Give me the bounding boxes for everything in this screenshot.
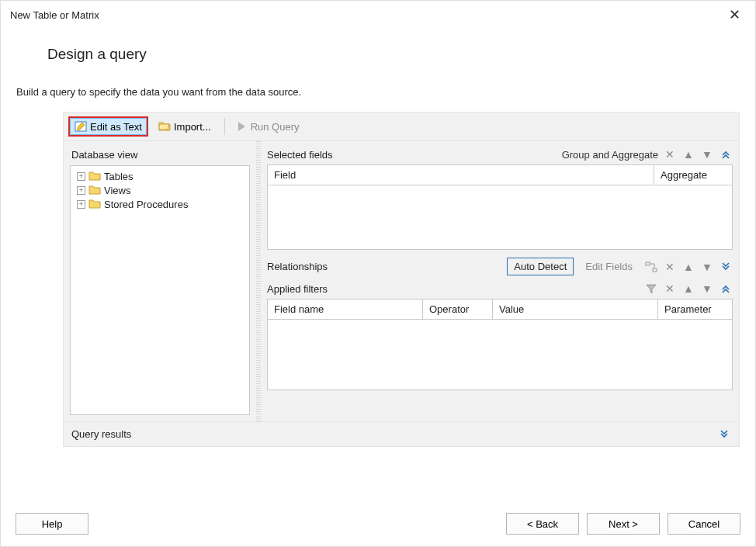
- query-designer: Edit as Text Import... Run Query Databas…: [63, 112, 740, 447]
- database-view-title: Database view: [70, 147, 250, 165]
- toolbar-separator: [224, 118, 225, 135]
- window-title: New Table or Matrix: [10, 9, 99, 21]
- header-area: Design a query: [1, 27, 755, 86]
- footer-right-group: < Back Next > Cancel: [506, 513, 740, 535]
- run-query-button[interactable]: Run Query: [233, 116, 305, 137]
- selected-fields-title: Selected fields: [267, 149, 557, 161]
- relationships-title: Relationships: [267, 261, 502, 272]
- tree-node-label: Views: [104, 185, 130, 196]
- selected-fields-grid[interactable]: Field Aggregate: [267, 164, 733, 250]
- tree-node-label: Stored Procedures: [104, 199, 188, 210]
- chevrons-down-icon[interactable]: [717, 428, 731, 441]
- folder-icon: [88, 184, 101, 196]
- back-label: < Back: [527, 518, 558, 530]
- wizard-footer: Help < Back Next > Cancel: [0, 504, 756, 547]
- arrow-up-icon[interactable]: ▲: [681, 147, 695, 161]
- filter-icon[interactable]: [644, 282, 658, 296]
- edit-text-icon: [75, 120, 87, 133]
- cancel-button[interactable]: Cancel: [668, 513, 740, 535]
- cancel-label: Cancel: [688, 518, 720, 530]
- designer-toolbar: Edit as Text Import... Run Query: [63, 112, 740, 141]
- col-field: Field: [268, 165, 654, 185]
- delete-x-icon[interactable]: ✕: [663, 260, 677, 274]
- group-and-aggregate-label: Group and Aggregate: [562, 149, 658, 161]
- designer-body: Database view + Tables + Views: [63, 141, 740, 422]
- help-label: Help: [42, 518, 63, 530]
- page-title: Design a query: [47, 46, 740, 63]
- next-label: Next >: [609, 518, 638, 530]
- edit-fields-label: Edit Fields: [585, 261, 633, 272]
- svg-rect-2: [646, 262, 650, 265]
- relationship-icon[interactable]: [644, 260, 658, 274]
- applied-filters-grid[interactable]: Field name Operator Value Parameter: [267, 299, 733, 390]
- query-results-bar[interactable]: Query results: [63, 422, 740, 447]
- col-field-name: Field name: [268, 299, 423, 319]
- col-parameter: Parameter: [658, 299, 732, 319]
- close-icon[interactable]: ✕: [723, 6, 746, 23]
- expander-icon[interactable]: +: [77, 172, 85, 181]
- relationships-header: Relationships Auto Detect Edit Fields ✕ …: [267, 258, 733, 275]
- selected-fields-header: Selected fields Group and Aggregate ✕ ▲ …: [267, 147, 733, 161]
- svg-rect-3: [653, 268, 657, 272]
- arrow-down-icon[interactable]: ▼: [700, 147, 714, 161]
- applied-filters-header: Applied filters ✕ ▲ ▼: [267, 282, 733, 296]
- grid-header: Field Aggregate: [268, 165, 732, 185]
- titlebar: New Table or Matrix ✕: [1, 1, 755, 27]
- import-label: Import...: [174, 121, 211, 133]
- folder-icon: [88, 170, 101, 182]
- col-value: Value: [493, 299, 658, 319]
- delete-x-icon[interactable]: ✕: [663, 147, 677, 161]
- page-subheading: Build a query to specify the data you wa…: [16, 86, 755, 98]
- expander-icon[interactable]: +: [77, 186, 85, 195]
- delete-x-icon[interactable]: ✕: [663, 282, 677, 296]
- grid-header: Field name Operator Value Parameter: [268, 299, 732, 320]
- chevrons-down-icon[interactable]: [719, 260, 733, 274]
- tree-node-tables[interactable]: + Tables: [72, 169, 248, 183]
- database-tree[interactable]: + Tables + Views +: [70, 165, 250, 415]
- database-view-pane: Database view + Tables + Views: [64, 141, 256, 421]
- tree-node-stored-procedures[interactable]: + Stored Procedures: [72, 197, 248, 211]
- col-aggregate: Aggregate: [654, 165, 732, 185]
- tree-node-label: Tables: [104, 171, 134, 182]
- auto-detect-button[interactable]: Auto Detect: [507, 258, 574, 275]
- auto-detect-label: Auto Detect: [514, 261, 567, 272]
- selected-fields-body[interactable]: [268, 185, 732, 249]
- import-button[interactable]: Import...: [153, 116, 217, 137]
- back-button[interactable]: < Back: [506, 513, 579, 535]
- edit-fields-button[interactable]: Edit Fields: [578, 258, 640, 275]
- help-button[interactable]: Help: [16, 513, 88, 535]
- play-icon: [238, 122, 245, 131]
- right-pane: Selected fields Group and Aggregate ✕ ▲ …: [261, 141, 739, 421]
- edit-as-text-button[interactable]: Edit as Text: [68, 116, 148, 137]
- arrow-up-icon[interactable]: ▲: [681, 282, 695, 296]
- applied-filters-body[interactable]: [268, 320, 732, 389]
- tree-node-views[interactable]: + Views: [72, 183, 248, 197]
- arrow-down-icon[interactable]: ▼: [700, 260, 714, 274]
- folder-icon: [88, 198, 101, 210]
- chevrons-up-icon[interactable]: [719, 282, 733, 296]
- folder-open-icon: [158, 120, 171, 133]
- applied-filters-title: Applied filters: [267, 283, 640, 295]
- col-operator: Operator: [423, 299, 493, 319]
- arrow-up-icon[interactable]: ▲: [681, 260, 695, 274]
- query-results-title: Query results: [71, 428, 131, 440]
- expander-icon[interactable]: +: [77, 200, 85, 209]
- arrow-down-icon[interactable]: ▼: [700, 282, 714, 296]
- chevrons-up-icon[interactable]: [719, 147, 733, 161]
- next-button[interactable]: Next >: [587, 513, 660, 535]
- run-query-label: Run Query: [251, 121, 300, 133]
- edit-as-text-label: Edit as Text: [90, 121, 142, 133]
